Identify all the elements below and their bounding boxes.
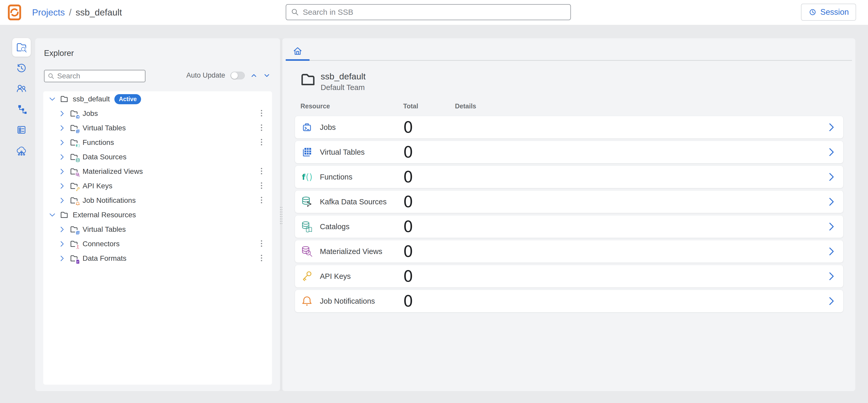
chevron-right-icon[interactable] [827,246,836,256]
chevron-right-icon[interactable] [827,147,836,157]
chevron-right-icon[interactable] [59,110,65,117]
chevron-right-icon[interactable] [827,197,836,207]
breadcrumb-current: ssb_default [75,7,122,18]
resource-row-functions[interactable]: Functions 0 [295,166,843,188]
kebab-menu-icon[interactable] [257,239,265,248]
catalog-database-book-icon [301,221,313,233]
tree-item-job-notifications[interactable]: Job Notifications [43,193,272,208]
tree-item-connectors[interactable]: Connectors [43,237,272,251]
folder-icon [70,225,79,234]
tree-item-virtual-tables[interactable]: Virtual Tables [43,121,272,135]
resource-total: 0 [403,193,413,211]
search-icon [291,8,299,16]
collapse-all-icon[interactable] [250,72,258,79]
resource-total: 0 [403,143,413,161]
tree-item-materialized-views[interactable]: Materialized Views [43,164,272,179]
chevron-down-icon[interactable] [49,96,56,102]
users-icon[interactable] [16,83,27,94]
resource-total: 0 [403,242,413,261]
breadcrumb: Projects / ssb_default [32,0,122,25]
clock-icon [808,8,817,16]
tree-item-data-sources[interactable]: Data Sources [43,150,272,164]
chevron-right-icon[interactable] [59,197,65,204]
table-grid-icon [75,230,81,235]
tree-item-api-keys[interactable]: API Keys [43,179,272,193]
kebab-menu-icon[interactable] [257,123,265,133]
ssb-logo-icon[interactable] [8,4,21,21]
plug-icon [75,244,81,250]
tree-item-data-formats[interactable]: Data Formats [43,251,272,266]
tab-home[interactable] [286,42,310,60]
history-icon[interactable] [16,63,27,74]
chevron-right-icon[interactable] [827,172,836,182]
kebab-menu-icon[interactable] [257,254,265,263]
forms-icon[interactable] [16,124,27,136]
kafka-database-icon [301,196,313,208]
resource-row-jobs[interactable]: Jobs 0 [295,116,843,138]
chevron-right-icon[interactable] [59,182,65,189]
tree-item-functions[interactable]: Functions [43,135,272,150]
resource-total: 0 [403,292,413,310]
chevron-right-icon[interactable] [59,139,65,146]
kebab-menu-icon[interactable] [257,196,265,205]
tree-item-ext-virtual-tables[interactable]: Virtual Tables [43,222,272,237]
tree-item-external-resources[interactable]: External Resources [43,208,272,222]
kebab-menu-icon[interactable] [257,109,265,118]
table-grid-icon [301,146,313,158]
resource-row-api-keys[interactable]: API Keys 0 [295,265,843,288]
explorer-title: Explorer [44,48,74,58]
global-search [286,4,571,20]
folder-search-icon [16,42,27,53]
explorer-search-input[interactable] [57,72,142,80]
tree-item-label: Data Sources [83,153,127,161]
kebab-menu-icon[interactable] [257,181,265,191]
resource-total: 0 [403,217,413,236]
panel-resize-handle[interactable] [280,38,282,391]
breadcrumb-separator: / [69,7,71,18]
active-tab-indicator [286,59,310,61]
tree-item-label: Virtual Tables [83,225,126,234]
toggle-knob [231,72,238,79]
folder-icon [70,182,79,190]
chevron-right-icon[interactable] [827,122,836,132]
chevron-right-icon[interactable] [827,271,836,281]
breadcrumb-projects-link[interactable]: Projects [32,7,65,18]
tree-item-ssb-default[interactable]: ssb_default Active [43,92,272,106]
chevron-right-icon[interactable] [59,125,65,131]
tree-item-label: Connectors [83,240,120,248]
key-icon [301,270,313,282]
main-panel: ssb_default Default Team Resource Total … [282,38,855,391]
kebab-menu-icon[interactable] [257,138,265,147]
chevron-right-icon[interactable] [59,226,65,233]
chevron-down-icon[interactable] [49,211,56,218]
tree-item-label: ssb_default [73,95,110,103]
global-search-input[interactable] [303,8,566,16]
chevron-right-icon[interactable] [59,154,65,160]
search-icon [48,73,55,80]
tree-item-label: Functions [83,138,114,147]
chevron-right-icon[interactable] [59,241,65,247]
app-root: Projects / ssb_default Session Explorer … [0,0,868,403]
active-status-badge: Active [114,94,141,104]
bell-icon [75,201,81,206]
resource-row-catalogs[interactable]: Catalogs 0 [295,215,843,238]
resource-label: API Keys [320,272,351,281]
chevron-right-icon[interactable] [827,222,836,232]
explorer-panel: Explorer Auto Update ssb_default Active [35,38,280,391]
session-button[interactable]: Session [801,4,856,21]
chevron-right-icon[interactable] [59,168,65,175]
rail-item-explorer[interactable] [12,38,31,57]
kebab-menu-icon[interactable] [257,167,265,176]
cloud-cluster-icon[interactable] [16,145,27,156]
expand-all-icon[interactable] [263,72,271,79]
resource-row-kafka-data-sources[interactable]: Kafka Data Sources 0 [295,191,843,213]
resource-row-job-notifications[interactable]: Job Notifications 0 [295,290,843,312]
flow-icon[interactable] [16,103,27,115]
resource-row-materialized-views[interactable]: Materialized Views 0 [295,240,843,263]
database-icon [75,158,81,163]
resource-row-virtual-tables[interactable]: Virtual Tables 0 [295,141,843,163]
chevron-right-icon[interactable] [59,255,65,262]
tree-item-jobs[interactable]: Jobs [43,106,272,121]
auto-update-toggle[interactable] [230,72,245,79]
chevron-right-icon[interactable] [827,296,836,306]
